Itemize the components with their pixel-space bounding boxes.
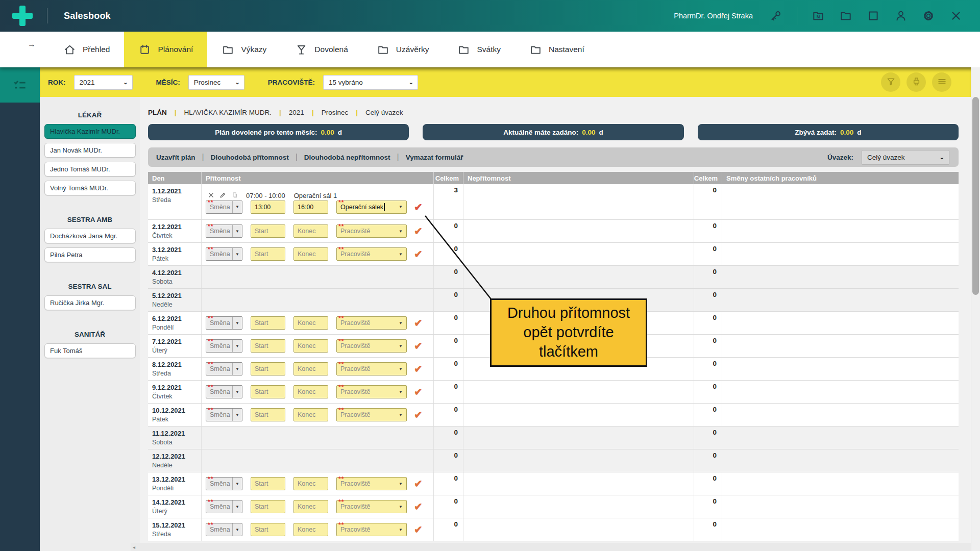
sidebar-item-staff[interactable]: Fuk Tomáš — [44, 343, 136, 358]
konec-input[interactable]: Konec — [293, 224, 328, 238]
sidebar-item-staff[interactable]: Jan Novák MUDr. — [44, 143, 136, 158]
konec-input[interactable]: Konec — [293, 316, 328, 330]
konec-input[interactable]: Konec — [293, 523, 328, 536]
start-input[interactable]: Start — [251, 362, 285, 375]
start-input[interactable]: Start — [251, 224, 285, 238]
tab-dovolená[interactable]: Dovolená — [281, 32, 362, 67]
pracoviste-select[interactable]: Pracoviště▼ — [336, 339, 407, 353]
tab-uzávěrky[interactable]: Uzávěrky — [362, 32, 444, 67]
sidebar-item-staff[interactable]: Pilná Petra — [44, 247, 136, 262]
confirm-check-button[interactable]: ✔ — [414, 341, 423, 351]
confirm-check-button[interactable]: ✔ — [414, 479, 423, 489]
sidebar-item-staff[interactable]: Docházková Jana Mgr. — [44, 229, 136, 243]
window-icon[interactable] — [867, 9, 880, 22]
toolbar-action[interactable]: Vymazat formulář — [406, 154, 463, 161]
edit-entry-icon[interactable] — [218, 192, 227, 200]
confirm-check-button[interactable]: ✔ — [414, 502, 423, 512]
smena-select[interactable]: Směna▼ — [206, 201, 242, 214]
sidebar-item-staff[interactable]: Volný Tomáš MUDr. — [44, 181, 136, 195]
toolbar-action[interactable]: Uzavřít plán — [156, 154, 195, 161]
sidebar-item-staff[interactable]: Ručička Jirka Mgr. — [44, 295, 136, 310]
menu-button[interactable] — [932, 72, 951, 92]
smena-select[interactable]: Směna▼ — [206, 477, 242, 490]
start-input[interactable]: Start — [251, 500, 285, 513]
shift-form: Směna▼StartKonecPracoviště▼✔ — [202, 477, 433, 490]
konec-input[interactable]: Konec — [293, 500, 328, 513]
pracoviste-select[interactable]: Pracoviště▼ — [336, 362, 407, 375]
tab-plánování[interactable]: Plánování — [124, 32, 207, 67]
smena-select[interactable]: Směna▼ — [206, 500, 242, 513]
confirm-check-button[interactable]: ✔ — [414, 249, 423, 259]
start-input[interactable]: Start — [251, 316, 285, 330]
start-input[interactable]: Start — [251, 523, 285, 536]
start-input[interactable]: Start — [251, 408, 285, 421]
den-cell: 15.12.2021Středa — [148, 518, 202, 541]
pracoviste-select[interactable]: Pracoviště▼ — [336, 523, 407, 536]
folder-icon[interactable] — [839, 9, 852, 22]
konec-input[interactable]: Konec — [293, 247, 328, 261]
pracoviste-select[interactable]: Pracoviště▼ — [336, 500, 407, 513]
sidebar-item-staff[interactable]: Hlavička Kazimír MUDr. — [44, 124, 136, 139]
confirm-check-button[interactable]: ✔ — [414, 226, 423, 236]
tab-přehled[interactable]: Přehled — [49, 32, 124, 67]
pritomnost-cell — [202, 449, 434, 472]
pracoviste-select[interactable]: Operační sálek▼ — [336, 201, 407, 214]
vertical-scrollbar[interactable] — [971, 67, 980, 551]
arrow-right-icon[interactable]: → — [28, 40, 36, 49]
copy-entry-icon[interactable] — [230, 192, 238, 200]
konec-input[interactable]: Konec — [293, 385, 328, 398]
filter-button[interactable] — [881, 72, 900, 92]
pracoviste-select[interactable]: Pracoviště▼ — [336, 316, 407, 330]
print-button[interactable] — [906, 72, 926, 92]
rok-select[interactable]: 2021⌄ — [74, 75, 133, 90]
top-bar: Salesbook PharmDr. Ondřej Straka N — [0, 0, 980, 32]
toolbar-action[interactable]: Dlouhodobá přítomnost — [211, 154, 289, 161]
pracoviste-select[interactable]: Pracoviště▼ — [336, 477, 407, 490]
start-input[interactable]: Start — [251, 385, 285, 398]
pracoviste-select[interactable]: 15 vybráno⌄ — [323, 75, 418, 90]
horizontal-scrollbar[interactable]: ◂ — [131, 543, 971, 551]
start-input[interactable]: 13:00 — [251, 201, 285, 214]
start-input[interactable]: Start — [251, 339, 285, 353]
confirm-check-button[interactable]: ✔ — [414, 364, 423, 374]
confirm-check-button[interactable]: ✔ — [414, 524, 423, 535]
konec-input[interactable]: Konec — [293, 339, 328, 353]
gear-icon[interactable] — [922, 9, 935, 22]
mesic-select[interactable]: Prosinec⌄ — [188, 75, 244, 90]
scroll-left-icon[interactable]: ◂ — [131, 544, 135, 550]
tab-výkazy[interactable]: Výkazy — [207, 32, 281, 67]
confirm-check-button[interactable]: ✔ — [414, 410, 423, 420]
confirm-check-button[interactable]: ✔ — [414, 387, 423, 397]
uvazek-select[interactable]: Celý úvazek⌄ — [862, 150, 949, 165]
start-input[interactable]: Start — [251, 247, 285, 261]
smena-select[interactable]: Směna▼ — [206, 385, 242, 398]
start-input[interactable]: Start — [251, 477, 285, 490]
konec-input[interactable]: 16:00 — [293, 201, 328, 214]
key-icon[interactable] — [769, 9, 782, 22]
pracoviste-select[interactable]: Pracoviště▼ — [336, 224, 407, 238]
vertical-scrollbar-thumb[interactable] — [972, 97, 979, 295]
user-icon[interactable] — [894, 9, 908, 22]
checklist-menu-button[interactable] — [0, 67, 40, 103]
confirm-check-button[interactable]: ✔ — [414, 202, 423, 212]
smena-select[interactable]: Směna▼ — [206, 339, 242, 353]
tab-nastavení[interactable]: Nastavení — [515, 32, 599, 67]
pracoviste-select[interactable]: Pracoviště▼ — [336, 408, 407, 421]
smena-select[interactable]: Směna▼ — [206, 408, 242, 421]
confirm-check-button[interactable]: ✔ — [414, 318, 423, 328]
konec-input[interactable]: Konec — [293, 477, 328, 490]
sidebar-item-staff[interactable]: Jedno Tomáš MUDr. — [44, 162, 136, 177]
smena-select[interactable]: Směna▼ — [206, 523, 242, 536]
smena-select[interactable]: Směna▼ — [206, 362, 242, 375]
smena-select[interactable]: Směna▼ — [206, 247, 242, 261]
folder-n-icon[interactable]: N — [812, 9, 825, 22]
pracoviste-select[interactable]: Pracoviště▼ — [336, 385, 407, 398]
konec-input[interactable]: Konec — [293, 362, 328, 375]
close-icon[interactable] — [949, 9, 963, 22]
tab-svátky[interactable]: Svátky — [443, 32, 515, 67]
konec-input[interactable]: Konec — [293, 408, 328, 421]
smena-select[interactable]: Směna▼ — [206, 316, 242, 330]
smena-select[interactable]: Směna▼ — [206, 224, 242, 238]
pracoviste-select[interactable]: Pracoviště▼ — [336, 247, 407, 261]
toolbar-action[interactable]: Dlouhodobá nepřítomnost — [304, 154, 390, 161]
